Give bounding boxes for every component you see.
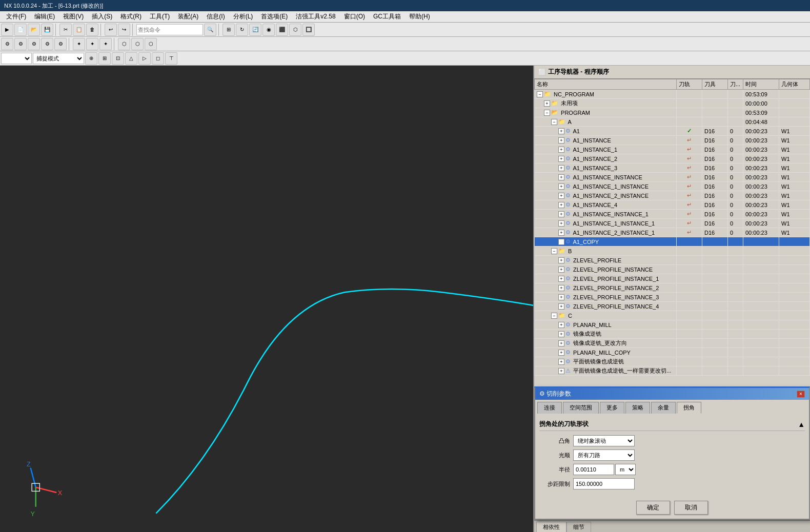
section-expand-icon[interactable]: ▲ bbox=[798, 420, 805, 428]
toolbar-btn-3[interactable]: 💾 bbox=[41, 24, 53, 36]
table-row[interactable]: +⚙ ZLEVEL_PROFILE_INSTANCE_1 bbox=[535, 274, 810, 283]
table-row[interactable]: +⚙ ZLEVEL_PROFILE_INSTANCE_2 bbox=[535, 283, 810, 293]
tree-expand[interactable]: + bbox=[558, 350, 564, 356]
t2-2[interactable]: ⚙ bbox=[14, 38, 27, 50]
t2-4[interactable]: ⚙ bbox=[41, 38, 53, 50]
toolbar-undo[interactable]: ↩ bbox=[105, 24, 117, 36]
table-row[interactable]: +⚙ A1_INSTANCE_1_INSTANCE_1↵D16000:00:23… bbox=[535, 219, 810, 228]
menu-item[interactable]: 格式(R) bbox=[116, 11, 146, 22]
menu-item[interactable]: 信息(I) bbox=[202, 11, 229, 22]
t2-9[interactable]: ⬡ bbox=[118, 38, 130, 50]
table-row[interactable]: −📂 PROGRAM00:53:09 bbox=[535, 108, 810, 117]
tree-expand[interactable]: + bbox=[558, 257, 564, 263]
table-row[interactable]: +⚙ PLANAR_MILL_COPY bbox=[535, 348, 810, 357]
tree-expand[interactable]: + bbox=[558, 128, 564, 134]
menu-item[interactable]: 洁强工具v2.58 bbox=[292, 11, 339, 22]
search-btn[interactable]: 🔍 bbox=[204, 24, 216, 36]
t2-7[interactable]: ✦ bbox=[86, 38, 98, 50]
menu-item[interactable]: 视图(V) bbox=[59, 11, 88, 22]
tree-expand[interactable]: + bbox=[544, 100, 550, 107]
step-input[interactable] bbox=[573, 478, 635, 489]
table-row[interactable]: +⚠ 平面铣镜像也成逆铣_一样需要更改切... bbox=[535, 366, 810, 376]
menu-item[interactable]: 首选项(E) bbox=[257, 11, 292, 22]
tree-expand[interactable]: + bbox=[558, 285, 564, 291]
table-row[interactable]: +⚙ A1_INSTANCE_INSTANCE_1↵D16000:00:23W1 bbox=[535, 210, 810, 219]
tree-expand[interactable]: + bbox=[558, 294, 564, 300]
tab-corner[interactable]: 拐角 bbox=[677, 402, 701, 414]
tree-expand[interactable]: + bbox=[558, 322, 564, 328]
tree-expand[interactable]: + bbox=[558, 331, 564, 337]
menu-item[interactable]: 装配(A) bbox=[174, 11, 202, 22]
toolbar-btn-1[interactable]: 📄 bbox=[14, 24, 27, 36]
viewport[interactable]: Z X Y bbox=[0, 66, 533, 532]
corner-select[interactable]: 绕对象滚动 bbox=[573, 435, 635, 446]
toolbar-btn-5[interactable]: 📋 bbox=[73, 24, 85, 36]
toolbar-btn-2[interactable]: 📂 bbox=[28, 24, 40, 36]
t2-10[interactable]: ⬡ bbox=[131, 38, 144, 50]
toolbar-view-6[interactable]: ⬡ bbox=[289, 24, 301, 36]
tab-margin[interactable]: 余量 bbox=[651, 402, 676, 414]
search-input[interactable] bbox=[136, 24, 203, 35]
menu-item[interactable]: 分析(L) bbox=[229, 11, 257, 22]
menu-item[interactable]: 编辑(E) bbox=[30, 11, 59, 22]
tree-expand[interactable]: + bbox=[558, 368, 564, 374]
tree-expand[interactable]: + bbox=[558, 220, 564, 227]
table-row[interactable]: +⚙ A1_INSTANCE_2↵D16000:00:23W1 bbox=[535, 154, 810, 163]
menu-item[interactable]: GC工具箱 bbox=[369, 11, 405, 22]
tab-more[interactable]: 更多 bbox=[600, 402, 624, 414]
table-row[interactable]: +⚙ ZLEVEL_PROFILE_INSTANCE_4 bbox=[535, 302, 810, 311]
snap-btn-2[interactable]: ⊞ bbox=[98, 52, 111, 65]
tree-expand[interactable]: + bbox=[558, 211, 564, 217]
tree-expand[interactable]: + bbox=[558, 239, 564, 245]
t2-8[interactable]: ✦ bbox=[99, 38, 112, 50]
tab-dependency[interactable]: 相依性 bbox=[536, 522, 566, 532]
table-row[interactable]: +⚙ A1_INSTANCE_2_INSTANCE↵D16000:00:23W1 bbox=[535, 191, 810, 200]
table-row[interactable]: −📁 B bbox=[535, 247, 810, 256]
cancel-button[interactable]: 取消 bbox=[674, 501, 708, 515]
toolbar-view-5[interactable]: ⬛ bbox=[276, 24, 288, 36]
table-row[interactable]: +📁 未用项00:00:00 bbox=[535, 99, 810, 108]
table-row[interactable]: +⚙ A1✓D16000:00:23W1 bbox=[535, 127, 810, 136]
tree-expand[interactable]: + bbox=[558, 193, 564, 199]
table-row[interactable]: +⚙ A1_INSTANCE_2_INSTANCE_1↵D16000:00:23… bbox=[535, 228, 810, 237]
table-row[interactable]: +⚙ 镜像成逆铣_更改方向 bbox=[535, 339, 810, 348]
table-row[interactable]: +⚙ PLANAR_MILL bbox=[535, 320, 810, 330]
tree-expand[interactable]: − bbox=[537, 91, 543, 97]
tree-expand[interactable]: + bbox=[558, 137, 564, 144]
view-iso[interactable]: ◻ bbox=[152, 52, 164, 65]
table-row[interactable]: −📁 A00:04:48 bbox=[535, 117, 810, 127]
snap-btn-5[interactable]: ▷ bbox=[138, 52, 151, 65]
tree-expand[interactable]: + bbox=[558, 267, 564, 273]
table-row[interactable]: +⚙ ZLEVEL_PROFILE bbox=[535, 256, 810, 265]
toolbar-btn-start[interactable]: ▶ bbox=[1, 24, 13, 36]
tree-expand[interactable]: + bbox=[558, 276, 564, 282]
table-row[interactable]: +⚙ A1_INSTANCE_4↵D16000:00:23W1 bbox=[535, 200, 810, 210]
view-top[interactable]: ⊤ bbox=[165, 52, 177, 65]
snap-btn-4[interactable]: △ bbox=[125, 52, 137, 65]
tree-expand[interactable]: + bbox=[558, 156, 564, 162]
menu-item[interactable]: 插入(S) bbox=[88, 11, 116, 22]
snap-btn-1[interactable]: ⊕ bbox=[85, 52, 97, 65]
tab-space[interactable]: 空间范围 bbox=[563, 402, 599, 414]
table-row[interactable]: +⚙ ZLEVEL_PROFILE_INSTANCE bbox=[535, 265, 810, 274]
radius-unit-select[interactable]: mm bbox=[615, 464, 636, 475]
toolbar-btn-4[interactable]: ✂ bbox=[59, 24, 72, 36]
toolbar-view-3[interactable]: 🔄 bbox=[249, 24, 261, 36]
radius-input[interactable] bbox=[573, 464, 614, 475]
table-row[interactable]: +⚙ A1_INSTANCE_1_INSTANCE↵D16000:00:23W1 bbox=[535, 182, 810, 191]
toolbar-view-1[interactable]: ⊞ bbox=[222, 24, 235, 36]
tree-expand[interactable]: − bbox=[544, 110, 550, 116]
tree-expand[interactable]: − bbox=[551, 119, 557, 125]
snap-select[interactable]: 捕捉模式 bbox=[33, 53, 84, 64]
table-row[interactable]: +⚙ A1_INSTANCE_1↵D16000:00:23W1 bbox=[535, 145, 810, 154]
table-row[interactable]: +⚙ ZLEVEL_PROFILE_INSTANCE_3 bbox=[535, 293, 810, 302]
menu-item[interactable]: 窗口(O) bbox=[340, 11, 369, 22]
t2-5[interactable]: ⚙ bbox=[54, 38, 67, 50]
tree-expand[interactable]: − bbox=[551, 313, 557, 319]
tree-expand[interactable]: + bbox=[558, 340, 564, 346]
tree-expand[interactable]: + bbox=[558, 303, 564, 310]
t2-1[interactable]: ⚙ bbox=[1, 38, 13, 50]
tree-expand[interactable]: + bbox=[558, 147, 564, 153]
table-row[interactable]: +⚙ 平面铣镜像也成逆铣 bbox=[535, 357, 810, 366]
tab-detail[interactable]: 细节 bbox=[566, 522, 591, 532]
